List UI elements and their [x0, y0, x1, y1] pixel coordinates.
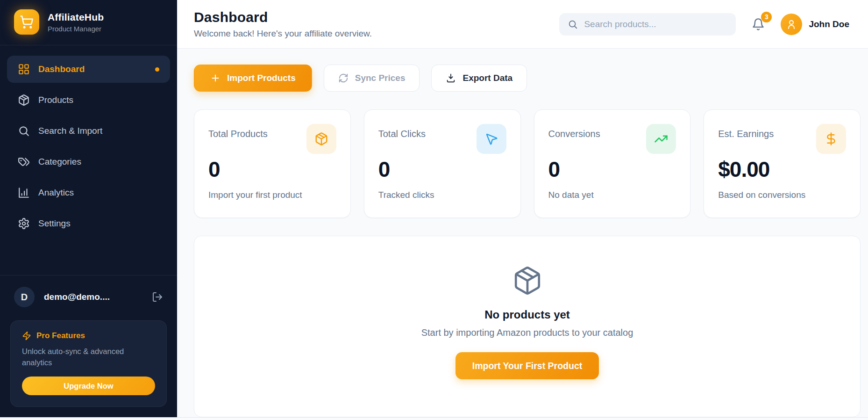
- sidebar: AffiliateHub Product Manager Dashboard P…: [0, 0, 177, 417]
- stat-value: 0: [208, 157, 336, 182]
- sidebar-item-products[interactable]: Products: [7, 87, 170, 114]
- stat-note: Tracked clicks: [378, 189, 479, 201]
- sidebar-item-settings[interactable]: Settings: [7, 210, 170, 237]
- profile-avatar: [781, 14, 802, 35]
- dashboard-grid-icon: [18, 63, 30, 75]
- stat-card-total-products: Total Products 0 Import your first produ…: [194, 109, 351, 218]
- profile-name: John Doe: [809, 19, 849, 29]
- pro-features-title: Pro Features: [36, 331, 85, 340]
- sidebar-item-analytics[interactable]: Analytics: [7, 179, 170, 206]
- notification-badge: 3: [761, 12, 772, 22]
- bar-chart-icon: [18, 187, 30, 199]
- app-window: AffiliateHub Product Manager Dashboard P…: [0, 0, 868, 420]
- export-data-button[interactable]: Export Data: [431, 65, 527, 92]
- stat-label: Conversions: [548, 124, 600, 139]
- sidebar-bottom: D demo@demo.... Pro Features Unlock auto…: [0, 275, 177, 417]
- stat-value: 0: [378, 157, 506, 182]
- stat-note: Import your first product: [208, 189, 309, 201]
- brand-name: AffiliateHub: [48, 12, 104, 23]
- sidebar-item-dashboard[interactable]: Dashboard: [7, 56, 170, 83]
- top-header: Dashboard Welcome back! Here's your affi…: [177, 0, 868, 49]
- sidebar-item-label: Settings: [38, 218, 71, 229]
- stat-label: Total Products: [208, 124, 268, 139]
- sidebar-nav: Dashboard Products Search & Import Categ…: [0, 45, 177, 237]
- brand-text: AffiliateHub Product Manager: [48, 12, 104, 33]
- user-icon: [786, 19, 797, 30]
- stat-note: Based on conversions: [718, 189, 818, 201]
- brand-subtitle: Product Manager: [48, 25, 104, 33]
- cart-logo-icon: [14, 9, 39, 35]
- gear-icon: [18, 217, 30, 230]
- page-subtitle: Welcome back! Here's your affiliate over…: [194, 29, 372, 39]
- stat-card-conversions: Conversions 0 No data yet: [534, 109, 691, 218]
- sidebar-item-label: Categories: [38, 157, 81, 167]
- package-icon: [18, 94, 30, 106]
- package-icon: [306, 124, 336, 154]
- stat-card-total-clicks: Total Clicks 0 Tracked clicks: [364, 109, 521, 218]
- empty-state-subtitle: Start by importing Amazon products to yo…: [213, 327, 841, 338]
- sidebar-item-label: Dashboard: [38, 64, 85, 74]
- content-area: Import Products Sync Prices Export Data …: [177, 49, 868, 420]
- page-heading: Dashboard Welcome back! Here's your affi…: [194, 9, 372, 39]
- tags-icon: [18, 156, 30, 168]
- stat-card-est-earnings: Est. Earnings $0.00 Based on conversions: [704, 109, 861, 218]
- sidebar-item-label: Search & Import: [38, 126, 102, 136]
- sync-prices-label: Sync Prices: [355, 73, 406, 83]
- user-email: demo@demo....: [44, 292, 110, 302]
- pro-features-card: Pro Features Unlock auto-sync & advanced…: [10, 320, 167, 407]
- stat-note: No data yet: [548, 189, 649, 201]
- package-icon: [213, 265, 841, 298]
- dollar-icon: [816, 124, 846, 154]
- active-indicator-dot: [155, 67, 159, 72]
- stats-grid: Total Products 0 Import your first produ…: [194, 109, 861, 218]
- sidebar-item-label: Products: [38, 95, 73, 105]
- stat-label: Est. Earnings: [718, 124, 774, 139]
- trending-up-icon: [646, 124, 676, 154]
- cursor-icon: [477, 124, 506, 154]
- actions-row: Import Products Sync Prices Export Data: [194, 65, 861, 92]
- pro-features-title-row: Pro Features: [22, 331, 155, 340]
- stat-value: $0.00: [718, 157, 846, 182]
- logout-button[interactable]: [152, 291, 163, 303]
- pro-features-description: Unlock auto-sync & advanced analytics: [22, 346, 155, 369]
- search-box: [559, 13, 736, 36]
- user-avatar: D: [14, 287, 35, 307]
- sidebar-item-search-import[interactable]: Search & Import: [7, 117, 170, 145]
- download-icon: [446, 73, 456, 83]
- empty-state-panel: No products yet Start by importing Amazo…: [194, 236, 861, 417]
- export-data-label: Export Data: [462, 73, 512, 83]
- import-products-label: Import Products: [227, 73, 296, 83]
- import-first-product-button[interactable]: Import Your First Product: [455, 352, 599, 379]
- stat-value: 0: [548, 157, 676, 182]
- search-icon: [568, 19, 578, 29]
- search-icon: [18, 125, 30, 137]
- logout-icon: [152, 291, 163, 303]
- sidebar-item-label: Analytics: [38, 188, 74, 198]
- notifications-button[interactable]: 3: [750, 16, 767, 33]
- sidebar-item-categories[interactable]: Categories: [7, 148, 170, 175]
- topbar-right: 3 John Doe: [559, 13, 849, 36]
- sync-prices-button[interactable]: Sync Prices: [324, 65, 420, 92]
- empty-state-title: No products yet: [213, 308, 841, 321]
- search-input[interactable]: [584, 19, 727, 29]
- page-title: Dashboard: [194, 9, 372, 25]
- lightning-bolt-icon: [22, 331, 31, 340]
- brand: AffiliateHub Product Manager: [0, 0, 177, 45]
- refresh-icon: [338, 73, 349, 83]
- user-row: D demo@demo....: [0, 275, 177, 317]
- profile-menu[interactable]: John Doe: [781, 14, 849, 35]
- main-area: Dashboard Welcome back! Here's your affi…: [177, 0, 868, 420]
- import-products-button[interactable]: Import Products: [194, 65, 312, 92]
- horizontal-scrollbar-track[interactable]: [0, 417, 868, 420]
- plus-icon: [210, 73, 221, 83]
- upgrade-now-button[interactable]: Upgrade Now: [22, 377, 155, 395]
- stat-label: Total Clicks: [378, 124, 426, 139]
